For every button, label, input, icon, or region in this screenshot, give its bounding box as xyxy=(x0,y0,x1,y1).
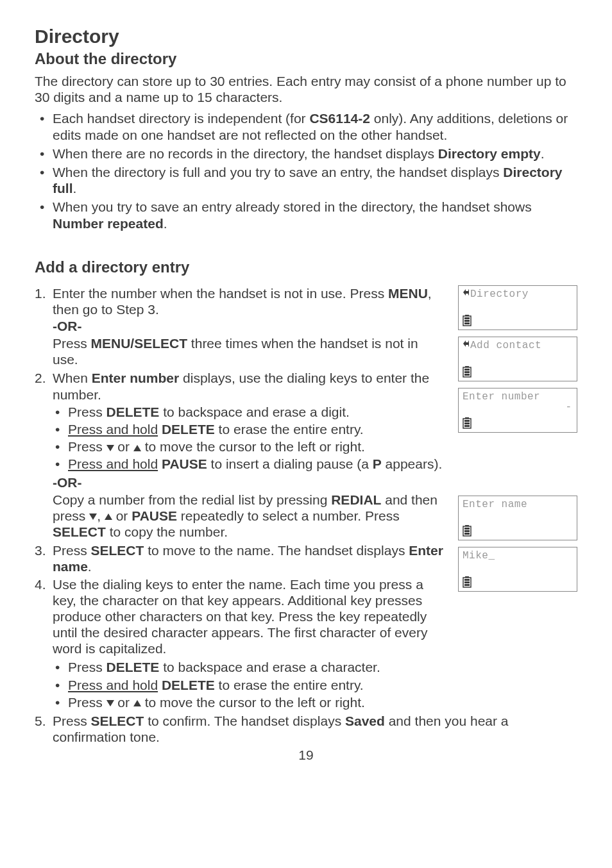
svg-marker-1 xyxy=(468,289,469,296)
step-number: 1. xyxy=(35,285,46,301)
lcd-screen-add-contact: Add contact xyxy=(458,337,577,381)
svg-rect-27 xyxy=(464,581,470,583)
down-arrow-icon xyxy=(106,700,114,706)
sub-bullet: Press or to move the cursor to the left … xyxy=(53,694,577,710)
lcd-text: Mike_ xyxy=(463,550,573,562)
sub-bullet: Press or to move the cursor to the left … xyxy=(53,438,446,455)
up-arrow-icon xyxy=(133,445,141,451)
down-arrow-icon xyxy=(106,445,114,451)
lcd-screen-enter-number: Enter number - xyxy=(458,388,577,433)
nav-arrow-icon xyxy=(463,288,469,299)
svg-marker-0 xyxy=(463,289,468,296)
step-number: 3. xyxy=(35,542,46,558)
svg-rect-6 xyxy=(464,322,470,324)
bullet-item: When the directory is full and you try t… xyxy=(35,164,577,196)
svg-rect-13 xyxy=(464,374,470,376)
sub-bullet: Press DELETE to backspace and erase a di… xyxy=(53,404,446,420)
battery-icon xyxy=(463,315,472,326)
svg-rect-23 xyxy=(464,533,470,535)
svg-rect-26 xyxy=(464,579,470,581)
page-title: Directory xyxy=(35,26,577,47)
step-3: 3. Press SELECT to move to the name. The… xyxy=(35,542,446,574)
lcd-text: Add contact xyxy=(470,340,541,351)
bullet-item: When there are no records in the directo… xyxy=(35,146,577,162)
step-1-alt: Press MENU/SELECT three times when the h… xyxy=(35,335,446,367)
battery-icon xyxy=(463,417,472,429)
svg-rect-18 xyxy=(464,425,470,427)
page-number: 19 xyxy=(35,747,577,763)
lcd-screen-mike: Mike_ xyxy=(458,547,577,592)
about-bullet-list: Each handset directory is independent (f… xyxy=(35,110,577,231)
section-heading-about: About the directory xyxy=(35,50,577,68)
bullet-item: When you try to save an entry already st… xyxy=(35,199,577,231)
step-1: 1. Enter the number when the handset is … xyxy=(35,285,446,317)
bullet-item: Each handset directory is independent (f… xyxy=(35,110,577,142)
lcd-cursor: - xyxy=(565,401,572,413)
or-label: -OR- xyxy=(35,319,446,334)
svg-rect-28 xyxy=(464,584,470,586)
svg-rect-5 xyxy=(464,320,470,322)
lcd-text: Enter name xyxy=(463,499,573,510)
section1-intro: The directory can store up to 30 entries… xyxy=(35,73,577,105)
step-number: 2. xyxy=(35,370,46,386)
svg-rect-16 xyxy=(464,420,470,422)
lcd-screen-enter-name: Enter name xyxy=(458,496,577,540)
step-number: 5. xyxy=(35,713,46,729)
or-label: -OR- xyxy=(35,475,577,490)
down-arrow-icon xyxy=(89,513,97,520)
up-arrow-icon xyxy=(133,700,141,706)
sub-bullet: Press DELETE to backspace and erase a ch… xyxy=(53,659,577,675)
sub-bullet: Press and hold DELETE to erase the entir… xyxy=(53,677,577,693)
lcd-screen-directory: Directory xyxy=(458,285,577,330)
lcd-text: Enter number xyxy=(463,391,573,403)
up-arrow-icon xyxy=(105,513,112,520)
step-2: 2. When Enter number displays, use the d… xyxy=(35,370,446,472)
step-number: 4. xyxy=(35,576,46,592)
step-5: 5. Press SELECT to confirm. The handset … xyxy=(35,713,577,745)
svg-marker-7 xyxy=(463,340,468,347)
svg-rect-12 xyxy=(464,371,470,373)
battery-icon xyxy=(463,525,472,537)
svg-rect-22 xyxy=(464,530,470,532)
sub-bullet: Press and hold PAUSE to insert a dialing… xyxy=(53,456,446,472)
battery-icon xyxy=(463,366,472,378)
battery-icon xyxy=(463,576,472,588)
svg-rect-4 xyxy=(464,317,470,319)
step-2-alt: Copy a number from the redial list by pr… xyxy=(35,492,446,540)
svg-rect-21 xyxy=(464,528,470,530)
svg-rect-17 xyxy=(464,422,470,424)
step-4: 4. Use the dialing keys to enter the nam… xyxy=(35,576,446,657)
sub-bullet: Press and hold DELETE to erase the entir… xyxy=(53,421,446,437)
svg-rect-11 xyxy=(464,369,470,371)
section-heading-add: Add a directory entry xyxy=(35,258,577,276)
lcd-text: Directory xyxy=(470,288,529,300)
svg-marker-8 xyxy=(468,340,469,347)
nav-arrow-icon xyxy=(463,339,469,351)
